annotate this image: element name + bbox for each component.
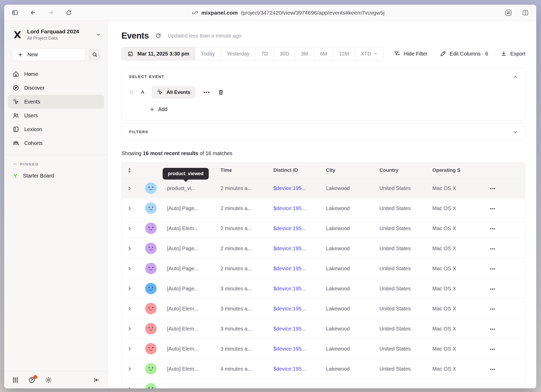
distinct-id-link[interactable]: $device:195... xyxy=(273,205,326,211)
collapse-all-rows-icon[interactable] xyxy=(122,167,140,173)
distinct-id-link[interactable]: $device:195... xyxy=(273,306,326,312)
address-bar[interactable]: mixpanel.com/project/3472420/view/397469… xyxy=(72,10,505,16)
edit-columns-button[interactable]: Edit Columns · 6 xyxy=(440,51,488,57)
sidebar-item-lexicon[interactable]: Lexicon xyxy=(8,123,104,136)
city-cell: Lakewood xyxy=(326,306,379,312)
row-expand-chevron-icon[interactable] xyxy=(122,347,140,351)
add-event-button[interactable]: Add xyxy=(149,106,518,112)
event-more-button[interactable]: ••• xyxy=(204,90,210,95)
chevron-down-icon[interactable] xyxy=(513,130,518,135)
date-picker[interactable]: Mar 11, 2025 3:30 pm xyxy=(122,47,195,60)
table-row[interactable]: [Auto] Elem... 2 minutes a... $device:19… xyxy=(122,218,525,238)
row-more-button[interactable]: ••• xyxy=(490,347,496,351)
range-30d[interactable]: 30D xyxy=(274,47,295,60)
table-row[interactable]: [Auto] Page... 2 minutes a... $device:19… xyxy=(122,238,525,258)
hide-filter-button[interactable]: Hide Filter xyxy=(394,51,427,57)
column-header-country[interactable]: Country xyxy=(379,167,432,173)
range-3m[interactable]: 3M xyxy=(295,47,314,60)
project-switcher[interactable]: Lord Farquaad 2024 All Project Data xyxy=(4,21,108,46)
range-6m[interactable]: 6M xyxy=(314,47,333,60)
sidebar-item-discover[interactable]: Discover xyxy=(8,81,104,95)
forward-icon[interactable] xyxy=(47,9,54,16)
table-row[interactable]: [Auto] Elem... 4 minutes a... $device:19… xyxy=(122,359,525,379)
row-more-button[interactable]: ••• xyxy=(490,327,496,331)
chevron-down-icon xyxy=(373,52,378,56)
row-expand-chevron-icon[interactable] xyxy=(122,266,140,271)
pinned-section-header[interactable]: PINNED xyxy=(4,155,108,169)
row-more-button[interactable]: ••• xyxy=(490,287,496,291)
main-content: Events Updated less than a minute ago Ma… xyxy=(108,21,536,388)
sidebar-toggle-icon[interactable] xyxy=(11,9,19,16)
os-cell: Mac OS X xyxy=(432,266,488,272)
row-more-button[interactable]: ••• xyxy=(490,186,496,191)
sidebar-item-starter-board[interactable]: Starter Board xyxy=(4,169,108,182)
sidebar-item-home[interactable]: Home xyxy=(8,67,104,81)
sidebar-item-events[interactable]: Events xyxy=(8,95,104,109)
chevron-down-icon[interactable] xyxy=(96,32,101,37)
new-button[interactable]: New xyxy=(12,48,85,61)
distinct-id-link[interactable]: $device:195... xyxy=(273,246,326,252)
range-today[interactable]: Today xyxy=(195,47,220,60)
distinct-id-link[interactable]: $device:195... xyxy=(273,185,326,191)
export-button[interactable]: Export xyxy=(501,51,525,57)
column-header-time[interactable]: Time xyxy=(220,167,273,173)
search-button[interactable] xyxy=(88,48,101,61)
table-row[interactable]: product_vi... 2 minutes a... $device:195… xyxy=(122,178,525,198)
sidebar-item-users[interactable]: Users xyxy=(8,109,104,123)
row-more-button[interactable]: ••• xyxy=(490,267,496,271)
split-view-icon[interactable] xyxy=(522,9,529,16)
trash-icon[interactable] xyxy=(218,89,224,96)
selected-event-button[interactable]: All Events xyxy=(152,86,196,99)
range-7d[interactable]: 7D xyxy=(255,47,274,60)
row-expand-chevron-icon[interactable] xyxy=(122,246,140,251)
table-row[interactable]: [Auto] Page... 2 minutes a... $device:19… xyxy=(122,198,525,218)
row-expand-chevron-icon[interactable] xyxy=(122,206,140,211)
table-row[interactable]: [Auto] Page... 2 minutes a... $device:19… xyxy=(122,258,525,278)
table-row[interactable]: [Auto] Elem... 3 minutes a... $device:19… xyxy=(122,318,525,339)
chevron-up-icon[interactable] xyxy=(513,74,518,79)
drag-handle-icon[interactable] xyxy=(129,89,134,95)
row-expand-chevron-icon[interactable] xyxy=(122,286,140,291)
row-expand-chevron-icon[interactable] xyxy=(122,327,140,331)
row-expand-chevron-icon[interactable] xyxy=(122,226,140,231)
table-row[interactable]: [Auto] Elem... 3 minutes a... $device:19… xyxy=(122,339,525,359)
row-expand-chevron-icon[interactable] xyxy=(122,367,140,371)
distinct-id-link[interactable]: $device:195... xyxy=(273,286,326,292)
country-cell: United States xyxy=(379,225,432,231)
back-icon[interactable] xyxy=(29,9,36,16)
distinct-id-link[interactable]: $device:195... xyxy=(273,266,326,272)
row-expand-chevron-icon[interactable] xyxy=(122,307,140,311)
page-settings-icon[interactable] xyxy=(505,9,512,17)
browser-toolbar: mixpanel.com/project/3472420/view/397469… xyxy=(4,5,536,21)
table-row[interactable] xyxy=(122,379,525,388)
column-header-os[interactable]: Operating S xyxy=(432,167,488,173)
distinct-id-link[interactable]: $device:195... xyxy=(273,366,326,372)
table-row[interactable]: [Auto] Page... 3 minutes a... $device:19… xyxy=(122,278,525,298)
row-more-button[interactable]: ••• xyxy=(490,367,496,371)
row-more-button[interactable]: ••• xyxy=(490,307,496,311)
reload-icon[interactable] xyxy=(65,9,72,16)
distinct-id-link[interactable]: $device:195... xyxy=(273,346,326,352)
row-more-button[interactable]: ••• xyxy=(490,206,496,211)
range-xtd[interactable]: XTD xyxy=(355,47,383,60)
table-row[interactable]: [Auto] Elem... 3 minutes a... $device:19… xyxy=(122,298,525,318)
gear-icon[interactable] xyxy=(45,376,52,384)
collapse-sidebar-icon[interactable] xyxy=(93,377,100,383)
apps-grid-icon[interactable] xyxy=(12,377,19,383)
sidebar-item-label: Users xyxy=(24,113,38,119)
range-yesterday[interactable]: Yesterday xyxy=(220,47,255,60)
row-expand-chevron-icon[interactable] xyxy=(122,186,140,191)
distinct-id-link[interactable]: $device:195... xyxy=(273,225,326,231)
country-cell: United States xyxy=(379,326,432,332)
sidebar-nav: Home Discover Events xyxy=(4,65,108,150)
distinct-id-link[interactable]: $device:195... xyxy=(273,326,326,332)
row-expand-chevron-icon[interactable] xyxy=(122,387,140,389)
column-header-distinct-id[interactable]: Distinct ID xyxy=(273,167,326,173)
row-more-button[interactable]: ••• xyxy=(490,247,496,251)
refresh-icon[interactable] xyxy=(155,33,162,39)
time-cell: 4 minutes a... xyxy=(220,366,273,372)
range-12m[interactable]: 12M xyxy=(333,47,355,60)
row-more-button[interactable]: ••• xyxy=(490,226,496,231)
column-header-city[interactable]: City xyxy=(326,167,379,173)
sidebar-item-cohorts[interactable]: Cohorts xyxy=(8,136,104,150)
